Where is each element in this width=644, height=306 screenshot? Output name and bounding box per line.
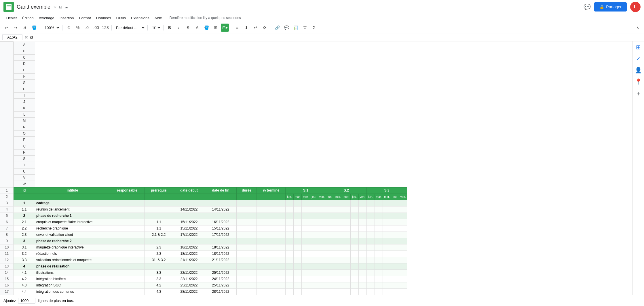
- gantt-cell[interactable]: [391, 250, 399, 257]
- font-size-select[interactable]: 10: [150, 25, 161, 31]
- sidebar-add-icon[interactable]: ＋: [636, 90, 641, 97]
- comment-button[interactable]: 💬: [282, 24, 290, 32]
- gantt-cell[interactable]: [350, 219, 358, 225]
- cell[interactable]: [257, 276, 286, 282]
- cell[interactable]: 21/11/2022: [205, 257, 237, 263]
- gantt-cell[interactable]: [383, 244, 391, 250]
- rotate-button[interactable]: ⟳: [261, 24, 269, 32]
- cell[interactable]: 4.4: [145, 295, 173, 295]
- header2-intitule[interactable]: [35, 194, 110, 200]
- gantt-cell[interactable]: [366, 269, 375, 276]
- link-button[interactable]: 🔗: [273, 24, 281, 32]
- cell[interactable]: [257, 238, 286, 244]
- header-date-debut[interactable]: date début: [173, 187, 205, 194]
- undo-button[interactable]: ↩: [2, 24, 10, 32]
- cell[interactable]: [237, 282, 257, 288]
- header-s2[interactable]: S.2: [326, 187, 366, 194]
- gantt-cell[interactable]: [366, 244, 375, 250]
- cell[interactable]: 3.2: [14, 250, 35, 257]
- cell[interactable]: [257, 244, 286, 250]
- cell[interactable]: [237, 238, 257, 244]
- cell[interactable]: [257, 295, 286, 295]
- day-s1-thu[interactable]: jeu.: [310, 194, 318, 200]
- gantt-cell[interactable]: [399, 225, 407, 232]
- header2-date-fin[interactable]: [205, 194, 237, 200]
- cell[interactable]: 3.3: [145, 276, 173, 282]
- cell[interactable]: [237, 219, 257, 225]
- gantt-cell[interactable]: [342, 288, 350, 295]
- gantt-cell[interactable]: [391, 213, 399, 219]
- gantt-cell[interactable]: [383, 276, 391, 282]
- cell[interactable]: intégration des contenus: [35, 288, 110, 295]
- gantt-cell[interactable]: [358, 276, 366, 282]
- col-header-n[interactable]: N: [14, 124, 35, 130]
- cell[interactable]: [110, 238, 145, 244]
- cell[interactable]: 2: [14, 213, 35, 219]
- cell[interactable]: 2.2: [14, 225, 35, 232]
- gantt-cell[interactable]: [350, 288, 358, 295]
- gantt-cell[interactable]: [286, 225, 294, 232]
- gantt-cell[interactable]: [286, 219, 294, 225]
- gantt-cell[interactable]: [342, 250, 350, 257]
- avatar[interactable]: L: [630, 2, 641, 12]
- gantt-cell[interactable]: [326, 250, 334, 257]
- cell[interactable]: cadrage: [35, 200, 110, 206]
- gantt-cell[interactable]: [302, 238, 310, 244]
- gantt-cell[interactable]: [294, 200, 302, 206]
- gantt-cell[interactable]: [383, 257, 391, 263]
- gantt-cell[interactable]: [318, 244, 326, 250]
- gantt-cell[interactable]: [342, 213, 350, 219]
- chat-icon[interactable]: 💬: [584, 3, 591, 10]
- gantt-cell[interactable]: [350, 225, 358, 232]
- cell[interactable]: 10: [0, 244, 14, 250]
- gantt-cell[interactable]: [375, 213, 383, 219]
- gantt-cell[interactable]: [310, 244, 318, 250]
- gantt-cell[interactable]: [334, 295, 342, 295]
- col-header-u[interactable]: U: [14, 168, 35, 175]
- cell[interactable]: [257, 250, 286, 257]
- collapse-toolbar-button[interactable]: ∧: [634, 24, 642, 32]
- gantt-cell[interactable]: [318, 200, 326, 206]
- add-row-input[interactable]: 1000: [18, 298, 35, 304]
- gantt-cell[interactable]: [294, 250, 302, 257]
- percent-button[interactable]: %: [74, 24, 82, 32]
- cell[interactable]: 31. & 3.2: [145, 257, 173, 263]
- col-header-v[interactable]: V: [14, 175, 35, 181]
- cell[interactable]: [110, 206, 145, 213]
- cell[interactable]: rédactionnels: [35, 250, 110, 257]
- gantt-cell[interactable]: [326, 295, 334, 295]
- gantt-cell[interactable]: [318, 250, 326, 257]
- cell[interactable]: [173, 200, 205, 206]
- col-header-r[interactable]: R: [14, 149, 35, 156]
- menu-extensions[interactable]: Extensions: [129, 15, 152, 21]
- gantt-cell[interactable]: [310, 257, 318, 263]
- day-s2-mon[interactable]: lun.: [326, 194, 334, 200]
- gantt-cell[interactable]: [334, 276, 342, 282]
- gantt-cell[interactable]: [342, 206, 350, 213]
- cell[interactable]: [257, 206, 286, 213]
- gantt-cell[interactable]: [350, 244, 358, 250]
- cell[interactable]: 16/11/2022: [205, 219, 237, 225]
- redo-button[interactable]: ↪: [12, 24, 20, 32]
- cell[interactable]: 17/11/2022: [173, 232, 205, 238]
- cell[interactable]: [145, 263, 173, 269]
- gantt-cell[interactable]: [342, 244, 350, 250]
- gantt-cell[interactable]: [342, 225, 350, 232]
- cell[interactable]: 11: [0, 250, 14, 257]
- gantt-cell[interactable]: [294, 238, 302, 244]
- document-title[interactable]: Gantt exemple: [17, 4, 50, 10]
- gantt-cell[interactable]: [358, 295, 366, 295]
- gantt-cell[interactable]: [318, 225, 326, 232]
- gantt-cell[interactable]: [383, 269, 391, 276]
- day-s1-wed[interactable]: mer.: [302, 194, 310, 200]
- cell[interactable]: 5: [0, 213, 14, 219]
- sidebar-check-icon[interactable]: ✓: [636, 55, 641, 62]
- menu-edition[interactable]: Édition: [20, 15, 36, 21]
- gantt-cell[interactable]: [294, 263, 302, 269]
- header2-date-debut[interactable]: [173, 194, 205, 200]
- cell[interactable]: 2.3: [145, 250, 173, 257]
- gantt-cell[interactable]: [375, 225, 383, 232]
- gantt-cell[interactable]: [302, 225, 310, 232]
- valign-button[interactable]: ⬍: [242, 24, 250, 32]
- gantt-cell[interactable]: [302, 232, 310, 238]
